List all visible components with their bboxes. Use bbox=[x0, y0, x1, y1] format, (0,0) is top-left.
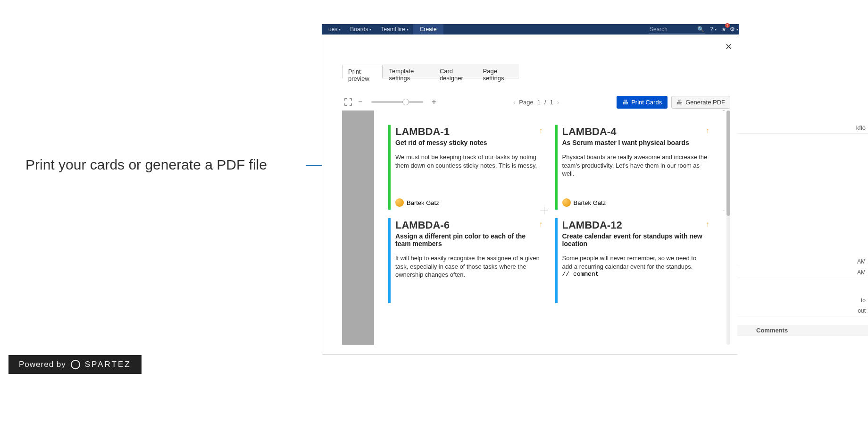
nav-item-label: TeamHire bbox=[381, 26, 405, 33]
printer-icon: 🖶 bbox=[622, 99, 628, 106]
priority-up-icon: ↑ bbox=[706, 220, 709, 229]
star-icon[interactable]: ★1 bbox=[718, 24, 729, 34]
callout-text: Print your cards or generate a PDF file bbox=[25, 157, 267, 173]
spartez-logo-icon bbox=[71, 360, 80, 369]
chevron-down-icon: ▾ bbox=[736, 27, 738, 32]
cards-grid: ↑ LAMBDA-1 Get rid of messy sticky notes… bbox=[388, 125, 710, 303]
workflow-fragment: kflo bbox=[737, 122, 868, 134]
nav-item-label: ues bbox=[328, 26, 337, 33]
pager-label: Page bbox=[519, 99, 533, 106]
nav-item-issues[interactable]: ues▾ bbox=[324, 24, 345, 34]
prev-page-icon[interactable]: ‹ bbox=[513, 99, 515, 106]
right-sidebar: kflo AM AM to out Comments bbox=[737, 34, 868, 356]
nav-item-teamhire[interactable]: TeamHire▾ bbox=[376, 24, 413, 34]
text-fragment: out bbox=[737, 306, 868, 316]
zoom-slider[interactable] bbox=[371, 101, 423, 103]
print-cards-button[interactable]: 🖶 Print Cards bbox=[617, 96, 668, 109]
crop-mark-icon bbox=[364, 110, 371, 114]
tabstrip: Print preview Template settings Card des… bbox=[342, 64, 519, 78]
print-cards-label: Print Cards bbox=[631, 99, 662, 106]
chevron-down-icon: ▾ bbox=[339, 27, 341, 32]
priority-up-icon: ↑ bbox=[539, 220, 543, 229]
next-page-icon[interactable]: › bbox=[557, 99, 559, 106]
card-title: Get rid of messy sticky notes bbox=[395, 139, 541, 146]
nav-item-boards[interactable]: Boards▾ bbox=[345, 24, 376, 34]
powered-by-badge: Powered by SPARTEZ bbox=[8, 355, 142, 374]
comments-header[interactable]: Comments bbox=[737, 325, 868, 336]
tab-card-designer[interactable]: Card designer bbox=[434, 64, 477, 78]
generate-pdf-label: Generate PDF bbox=[685, 99, 725, 106]
tab-print-preview[interactable]: Print preview bbox=[342, 65, 383, 78]
card-title: Assign a different pin color to each of … bbox=[395, 232, 541, 247]
card-description: Some people will never remember, so we n… bbox=[562, 254, 708, 271]
card: ↑ LAMBDA-12 Create calendar event for st… bbox=[555, 218, 711, 303]
chevron-down-icon: ▾ bbox=[369, 27, 371, 32]
zoom-in-button[interactable]: + bbox=[428, 96, 440, 108]
card-description: We must not be keeping track of our task… bbox=[395, 153, 541, 170]
card-title: As Scrum master I want physical boards bbox=[562, 139, 708, 146]
gear-icon[interactable]: ⚙▾ bbox=[729, 24, 739, 34]
crop-mark-icon bbox=[723, 207, 725, 214]
crop-mark-icon bbox=[540, 207, 548, 214]
close-icon[interactable]: ✕ bbox=[725, 42, 732, 52]
help-icon[interactable]: ?▾ bbox=[708, 24, 718, 34]
pdf-icon: 🖶 bbox=[676, 99, 683, 106]
pager-total: 1 bbox=[550, 99, 553, 106]
create-button[interactable]: Create bbox=[413, 24, 443, 34]
card-assignee: Bartek Gatz bbox=[395, 198, 439, 207]
card-key: LAMBDA-12 bbox=[562, 219, 708, 231]
pager: ‹ Page 1 / 1 › bbox=[513, 99, 559, 106]
brand-name: SPARTEZ bbox=[85, 360, 131, 369]
priority-up-icon: ↑ bbox=[706, 127, 709, 135]
time-fragment: AM bbox=[737, 267, 868, 278]
modal-panel: ✕ Print preview Template settings Card d… bbox=[322, 34, 739, 355]
card-title: Create calendar event for standups with … bbox=[562, 232, 708, 247]
search-icon: 🔍 bbox=[697, 26, 704, 33]
card: ↑ LAMBDA-1 Get rid of messy sticky notes… bbox=[388, 125, 544, 210]
preview-page: ↑ LAMBDA-1 Get rid of messy sticky notes… bbox=[374, 110, 725, 345]
scrollbar-thumb[interactable] bbox=[726, 110, 730, 216]
card-key: LAMBDA-6 bbox=[395, 219, 541, 231]
pager-sep: / bbox=[544, 99, 546, 106]
avatar bbox=[562, 198, 571, 207]
zoom-out-button[interactable]: − bbox=[354, 96, 367, 108]
search-input[interactable]: Search 🔍 bbox=[649, 25, 705, 34]
tab-page-settings[interactable]: Page settings bbox=[477, 64, 519, 78]
search-placeholder: Search bbox=[650, 26, 668, 33]
time-fragment: AM bbox=[737, 256, 868, 267]
chevron-down-icon: ▾ bbox=[715, 27, 717, 32]
card: ↑ LAMBDA-4 As Scrum master I want physic… bbox=[555, 125, 711, 210]
toolbar: − + ‹ Page 1 / 1 › 🖶 Print Cards 🖶 Gener… bbox=[342, 93, 730, 111]
card-assignee-name: Bartek Gatz bbox=[407, 199, 439, 206]
slider-thumb[interactable] bbox=[402, 99, 409, 105]
card-description: Physical boards are really awesome and i… bbox=[562, 153, 708, 178]
card-code: // comment bbox=[562, 271, 708, 278]
top-navbar: ues▾ Boards▾ TeamHire▾ Create Search 🔍 ?… bbox=[322, 24, 739, 34]
nav-item-label: Boards bbox=[350, 26, 368, 33]
powered-label: Powered by bbox=[19, 360, 66, 369]
crop-mark-icon bbox=[723, 110, 725, 114]
priority-up-icon: ↑ bbox=[539, 127, 543, 135]
scrollbar[interactable] bbox=[726, 110, 730, 345]
chevron-down-icon: ▾ bbox=[407, 27, 409, 32]
card: ↑ LAMBDA-6 Assign a different pin color … bbox=[388, 218, 544, 303]
text-fragment: to bbox=[737, 295, 868, 306]
generate-pdf-button[interactable]: 🖶 Generate PDF bbox=[671, 96, 730, 109]
tab-template-settings[interactable]: Template settings bbox=[383, 64, 433, 78]
card-assignee: Bartek Gatz bbox=[562, 198, 606, 207]
card-assignee-name: Bartek Gatz bbox=[574, 199, 606, 206]
crop-mark-icon bbox=[364, 207, 371, 214]
preview-area: ↑ LAMBDA-1 Get rid of messy sticky notes… bbox=[342, 110, 725, 345]
avatar bbox=[395, 198, 404, 207]
pager-current: 1 bbox=[537, 99, 541, 106]
card-key: LAMBDA-4 bbox=[562, 126, 708, 138]
expand-icon[interactable] bbox=[342, 96, 354, 108]
card-description: It will help to easily recognise the ass… bbox=[395, 254, 541, 279]
app-window: ues▾ Boards▾ TeamHire▾ Create Search 🔍 ?… bbox=[322, 24, 739, 355]
card-key: LAMBDA-1 bbox=[395, 126, 541, 138]
